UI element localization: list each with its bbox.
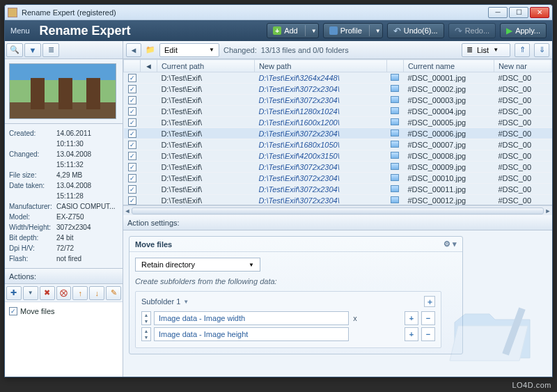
- profile-button[interactable]: Profile ▼: [323, 23, 383, 38]
- row-checkbox[interactable]: ✓: [128, 107, 136, 116]
- table-row[interactable]: ✓D:\Test\Exif\D:\Test\Exif\3072x2304\#DS…: [124, 84, 552, 95]
- list-icon: ≣: [48, 45, 54, 54]
- col-new-name[interactable]: New nar: [494, 60, 551, 72]
- current-name-cell: #DSC_00006.jpg: [403, 128, 494, 139]
- meta-row: Created:14.06.2011 10:11:30: [9, 128, 118, 149]
- checkbox-icon[interactable]: ✓: [9, 307, 17, 315]
- view-dropdown[interactable]: ≣ List ▼: [462, 43, 510, 57]
- col-current-path[interactable]: Current path: [157, 60, 254, 72]
- height-field[interactable]: Image data - Image height: [154, 327, 349, 341]
- current-path-cell: D:\Test\Exif\: [157, 184, 254, 195]
- meta-key: File size:: [9, 170, 56, 180]
- file-icon: [391, 96, 399, 103]
- table-row[interactable]: ✓D:\Test\Exif\D:\Test\Exif\4200x3150\#DS…: [124, 150, 552, 162]
- table-row[interactable]: ✓D:\Test\Exif\D:\Test\Exif\1280x1024\#DS…: [124, 106, 552, 117]
- minimize-button[interactable]: ─: [488, 7, 508, 18]
- row-checkbox[interactable]: ✓: [128, 163, 136, 171]
- retain-directory-dropdown[interactable]: Retain directory ▼: [135, 258, 260, 272]
- current-name-cell: #DSC_00009.jpg: [403, 162, 494, 173]
- settings-header: Action settings:: [123, 215, 552, 230]
- table-row[interactable]: ✓D:\Test\Exif\D:\Test\Exif\3072x2304\#DS…: [124, 173, 552, 184]
- chevron-down-icon[interactable]: ▼: [183, 299, 189, 305]
- col-current-name[interactable]: Current name: [403, 60, 494, 72]
- action-row[interactable]: ✓ Move files: [9, 305, 118, 317]
- file-icon: [391, 141, 399, 148]
- changed-label: Changed:: [223, 46, 257, 54]
- new-name-cell: #DSC_00: [494, 173, 551, 184]
- add-action-dropdown[interactable]: ▼: [23, 286, 38, 300]
- horizontal-scrollbar[interactable]: ◄ ►: [123, 205, 552, 215]
- table-row[interactable]: ✓D:\Test\Exif\D:\Test\Exif\3264x2448\#DS…: [124, 72, 552, 84]
- add-field-button[interactable]: +: [405, 311, 418, 325]
- row-checkbox[interactable]: ✓: [128, 96, 136, 104]
- new-path-cell: D:\Test\Exif\3072x2304\: [254, 184, 386, 195]
- nav-back-button[interactable]: ◄: [126, 43, 141, 57]
- details-button[interactable]: ≣: [42, 43, 59, 57]
- undo-button[interactable]: ↶ Undo(6)...: [387, 23, 444, 38]
- scroll-right-icon[interactable]: ►: [544, 206, 552, 216]
- new-name-cell: #DSC_00: [494, 128, 551, 139]
- new-name-cell: #DSC_00: [494, 106, 551, 117]
- reorder-spinner[interactable]: ▲▼: [141, 311, 151, 325]
- move-down-button[interactable]: ↓: [89, 286, 104, 300]
- table-row[interactable]: ✓D:\Test\Exif\D:\Test\Exif\3072x2304\#DS…: [124, 162, 552, 173]
- reorder-spinner[interactable]: ▲▼: [141, 327, 151, 341]
- row-checkbox[interactable]: ✓: [128, 85, 136, 93]
- gear-icon[interactable]: ⚙ ▾: [444, 240, 457, 249]
- width-field[interactable]: Image data - Image width: [154, 311, 349, 325]
- remove-field-button[interactable]: −: [421, 327, 435, 341]
- current-path-cell: D:\Test\Exif\: [157, 72, 254, 84]
- table-row[interactable]: ✓D:\Test\Exif\D:\Test\Exif\1680x1050\#DS…: [124, 139, 552, 150]
- collapse-up-button[interactable]: ⇑: [515, 43, 530, 57]
- row-checkbox[interactable]: ✓: [128, 152, 136, 160]
- row-checkbox[interactable]: ✓: [128, 174, 136, 182]
- table-row[interactable]: ✓D:\Test\Exif\D:\Test\Exif\3072x2304\#DS…: [124, 95, 552, 106]
- panel-title: Move files: [135, 240, 172, 249]
- subfolder-label: Subfolder 1: [141, 297, 180, 306]
- apply-label: Apply...: [515, 26, 540, 35]
- row-checkbox[interactable]: ✓: [128, 141, 136, 149]
- row-checkbox[interactable]: ✓: [128, 74, 136, 82]
- row-checkbox[interactable]: ✓: [128, 118, 136, 127]
- file-grid[interactable]: ◄ Current path New path Current name New…: [123, 59, 552, 205]
- remove-field-button[interactable]: −: [421, 311, 435, 325]
- close-button[interactable]: ✕: [530, 7, 549, 18]
- edit-dropdown[interactable]: Edit ▼: [159, 43, 219, 57]
- move-up-button[interactable]: ↑: [72, 286, 88, 300]
- row-checkbox[interactable]: ✓: [128, 196, 136, 205]
- row-checkbox[interactable]: ✓: [128, 185, 136, 194]
- x-icon: ✖: [44, 288, 50, 297]
- col-new-path[interactable]: New path: [254, 60, 386, 72]
- apply-button[interactable]: ▶ Apply...: [500, 23, 547, 38]
- zoom-button[interactable]: 🔍: [6, 43, 23, 57]
- scroll-left-icon[interactable]: ◄: [123, 206, 132, 216]
- file-icon: [391, 152, 399, 159]
- delete-action-button[interactable]: ✖: [40, 286, 55, 300]
- arrow-up-icon: ↑: [79, 289, 83, 297]
- current-name-cell: #DSC_00003.jpg: [403, 95, 494, 106]
- table-row[interactable]: ✓D:\Test\Exif\D:\Test\Exif\3072x2304\#DS…: [124, 184, 552, 195]
- chevron-down-icon: ▼: [375, 28, 381, 34]
- row-checkbox[interactable]: ✓: [128, 130, 136, 138]
- titlebar[interactable]: Rename Expert (registered) ─ ☐ ✕: [5, 5, 552, 20]
- plus-icon: ✚: [10, 288, 17, 297]
- redo-button[interactable]: ↷ Redo...: [448, 23, 496, 38]
- add-action-button[interactable]: ✚: [6, 286, 22, 300]
- file-icon: [391, 130, 399, 136]
- menu-button[interactable]: Menu: [10, 26, 30, 35]
- edit-action-button[interactable]: ✎: [106, 286, 121, 300]
- expand-down-button[interactable]: ⇓: [534, 43, 549, 57]
- maximize-button[interactable]: ☐: [509, 7, 528, 18]
- table-row[interactable]: ✓D:\Test\Exif\D:\Test\Exif\1600x1200\#DS…: [124, 117, 552, 128]
- add-button[interactable]: + Add ▼: [267, 23, 319, 38]
- filter-button[interactable]: ▼: [24, 43, 41, 57]
- table-row[interactable]: ✓D:\Test\Exif\D:\Test\Exif\3072x2304\#DS…: [124, 195, 552, 206]
- undo-label: Undo(6)...: [404, 26, 438, 35]
- image-thumbnail[interactable]: [9, 63, 116, 119]
- table-row[interactable]: ✓D:\Test\Exif\D:\Test\Exif\3072x2304\#DS…: [124, 128, 552, 139]
- add-field-button[interactable]: +: [405, 327, 418, 341]
- scrollbar-thumb[interactable]: [132, 207, 544, 214]
- field-row-height: ▲▼ Image data - Image height + −: [141, 327, 435, 341]
- add-subfolder-button[interactable]: ＋: [424, 296, 435, 307]
- clear-actions-button[interactable]: ⨂: [56, 286, 72, 300]
